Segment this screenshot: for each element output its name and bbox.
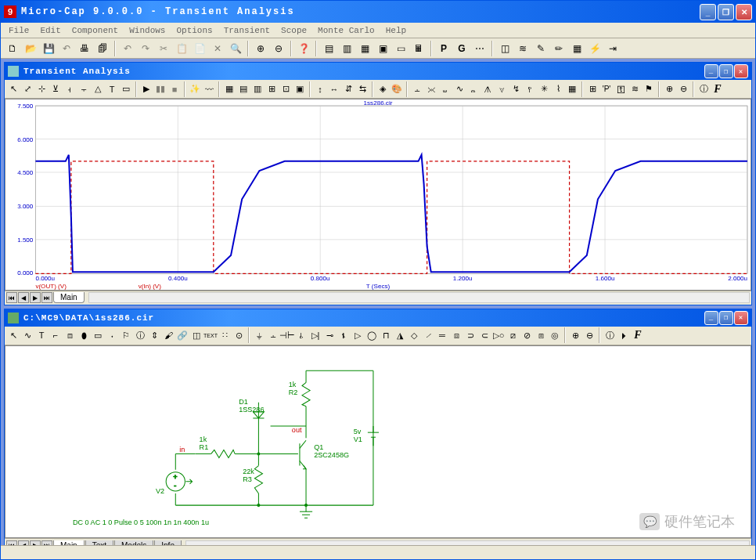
src-icon[interactable]: ◯ bbox=[365, 327, 379, 343]
p5-icon[interactable]: ⩋ bbox=[466, 81, 481, 97]
m4-icon[interactable]: ⇆ bbox=[355, 81, 369, 97]
transient-close-button[interactable]: ✕ bbox=[734, 64, 748, 78]
and-icon[interactable]: ⊃ bbox=[463, 327, 477, 343]
txtbox-icon[interactable]: TEXT bbox=[203, 327, 218, 343]
copy-icon[interactable]: 📋 bbox=[173, 40, 190, 57]
menu-edit[interactable]: Edit bbox=[35, 24, 65, 36]
clear-icon[interactable]: ✕ bbox=[209, 40, 226, 57]
f2-icon[interactable]: F bbox=[631, 327, 645, 343]
menu-component[interactable]: Component bbox=[67, 24, 123, 36]
stop-icon[interactable]: ■ bbox=[167, 81, 182, 97]
stepping-icon[interactable]: ⋯ bbox=[471, 40, 488, 57]
f-icon[interactable]: F bbox=[711, 81, 725, 97]
print-icon[interactable]: 🖶 bbox=[76, 40, 93, 57]
maximize-button[interactable]: ❐ bbox=[718, 4, 734, 20]
graph-pane[interactable]: 1ss286.cir bbox=[5, 99, 751, 291]
close-button[interactable]: ✕ bbox=[736, 4, 752, 20]
calc-icon[interactable]: 🖩 bbox=[410, 40, 427, 57]
cap-icon[interactable]: ⊣⊢ bbox=[280, 327, 294, 343]
schematic-maximize-button[interactable]: ❐ bbox=[719, 311, 733, 325]
menu-montecarlo[interactable]: Monte Carlo bbox=[313, 24, 380, 36]
ind-icon[interactable]: ⫰ bbox=[294, 327, 308, 343]
grid5-icon[interactable]: ⊡ bbox=[279, 81, 293, 97]
path-icon[interactable]: 〰 bbox=[202, 81, 216, 97]
isrc-icon[interactable]: ◮ bbox=[393, 327, 407, 343]
table-icon[interactable]: ⊞ bbox=[585, 81, 599, 97]
sw-icon[interactable]: ⟋ bbox=[421, 327, 435, 343]
region-icon[interactable]: ◫ bbox=[189, 327, 203, 343]
not-icon[interactable]: ▷○ bbox=[491, 327, 506, 343]
or-icon[interactable]: ⊂ bbox=[477, 327, 491, 343]
tile-h-icon[interactable]: ▤ bbox=[320, 40, 337, 57]
redo-icon[interactable]: ↷ bbox=[137, 40, 154, 57]
p11-icon[interactable]: ⌇ bbox=[551, 81, 565, 97]
color-icon[interactable]: 🎨 bbox=[390, 81, 404, 97]
scale-icon[interactable]: ⤢ bbox=[20, 81, 34, 97]
zin-icon[interactable]: ⊕ bbox=[662, 81, 676, 97]
comp-icon[interactable]: ⬮ bbox=[77, 327, 91, 343]
vpulse-icon[interactable]: ⊓ bbox=[379, 327, 393, 343]
menu-options[interactable]: Options bbox=[171, 24, 217, 36]
p6-icon[interactable]: ⩚ bbox=[481, 81, 495, 97]
transient-maximize-button[interactable]: ❐ bbox=[719, 64, 733, 78]
p1-icon[interactable]: ⫠ bbox=[410, 81, 424, 97]
cursor2-icon[interactable]: ⊻ bbox=[49, 81, 63, 97]
arrow-icon[interactable]: ↖ bbox=[6, 81, 20, 97]
help-icon[interactable]: ❓ bbox=[295, 40, 312, 57]
vert-icon[interactable]: ⫟ bbox=[77, 81, 91, 97]
p10-icon[interactable]: ✳ bbox=[537, 81, 551, 97]
diode-icon[interactable]: ▷| bbox=[308, 327, 322, 343]
transient-minimize-button[interactable]: _ bbox=[704, 64, 718, 78]
open-icon[interactable]: 📂 bbox=[22, 40, 39, 57]
menu-windows[interactable]: Windows bbox=[124, 24, 170, 36]
tab-first-icon[interactable]: ⏮ bbox=[6, 292, 17, 303]
zoomout-icon[interactable]: ⊖ bbox=[270, 40, 287, 57]
tl-icon[interactable]: ═ bbox=[435, 327, 449, 343]
p-icon[interactable]: P bbox=[435, 40, 452, 57]
m3-icon[interactable]: ⇵ bbox=[341, 81, 355, 97]
d-icon[interactable]: ⬪ bbox=[105, 327, 119, 343]
tab-prev-icon[interactable]: ◀ bbox=[18, 292, 29, 303]
menu-scope[interactable]: Scope bbox=[276, 24, 311, 36]
m2-icon[interactable]: ↔ bbox=[327, 81, 341, 97]
res-icon[interactable]: ⫠ bbox=[266, 327, 280, 343]
a2-icon[interactable]: ⊘ bbox=[520, 327, 534, 343]
graph2-icon[interactable]: ≋ bbox=[514, 40, 531, 57]
marker-icon[interactable]: ◈ bbox=[376, 81, 390, 97]
schematic-close-button[interactable]: ✕ bbox=[734, 311, 748, 325]
grid2-icon[interactable]: ▤ bbox=[236, 81, 250, 97]
grid-icon[interactable]: ∷ bbox=[218, 327, 232, 343]
pause-icon[interactable]: ▮▮ bbox=[153, 81, 167, 97]
graph1-icon[interactable]: ◫ bbox=[496, 40, 513, 57]
menu-file[interactable]: File bbox=[4, 24, 34, 36]
key-icon[interactable]: ⚿ bbox=[614, 81, 628, 97]
graph3-icon[interactable]: ✎ bbox=[532, 40, 549, 57]
zin2-icon[interactable]: ⊕ bbox=[568, 327, 582, 343]
flag2-icon[interactable]: ⚐ bbox=[119, 327, 133, 343]
grid4-icon[interactable]: ⊞ bbox=[265, 81, 279, 97]
p12-icon[interactable]: ▦ bbox=[565, 81, 579, 97]
zoomin-icon[interactable]: ⊕ bbox=[252, 40, 269, 57]
wire-icon[interactable]: ∿ bbox=[20, 327, 34, 343]
flag-icon[interactable]: ⚑ bbox=[642, 81, 656, 97]
cascade-icon[interactable]: ▦ bbox=[356, 40, 373, 57]
find-icon[interactable]: 🔍 bbox=[227, 40, 244, 57]
grid1-icon[interactable]: ▦ bbox=[222, 81, 236, 97]
zout2-icon[interactable]: ⊖ bbox=[582, 327, 596, 343]
bus-icon[interactable]: ⧈ bbox=[63, 327, 77, 343]
tab-main[interactable]: Main bbox=[53, 292, 85, 303]
mos-icon[interactable]: ⫮ bbox=[337, 327, 351, 343]
p9-icon[interactable]: ⫯ bbox=[523, 81, 537, 97]
menu-help[interactable]: Help bbox=[381, 24, 411, 36]
grid3-icon[interactable]: ▥ bbox=[250, 81, 265, 97]
select-icon[interactable]: ↖ bbox=[6, 327, 20, 343]
p4-icon[interactable]: ∿ bbox=[452, 81, 466, 97]
save-icon[interactable]: 💾 bbox=[40, 40, 57, 57]
node-icon[interactable]: ⊙ bbox=[232, 327, 246, 343]
paste-icon[interactable]: 📄 bbox=[191, 40, 208, 57]
revert-icon[interactable]: ↶ bbox=[58, 40, 75, 57]
env-icon[interactable]: ≋ bbox=[628, 81, 642, 97]
schematic-minimize-button[interactable]: _ bbox=[704, 311, 718, 325]
npn-icon[interactable]: ⊸ bbox=[322, 327, 337, 343]
paint-icon[interactable]: 🖌 bbox=[161, 327, 175, 343]
